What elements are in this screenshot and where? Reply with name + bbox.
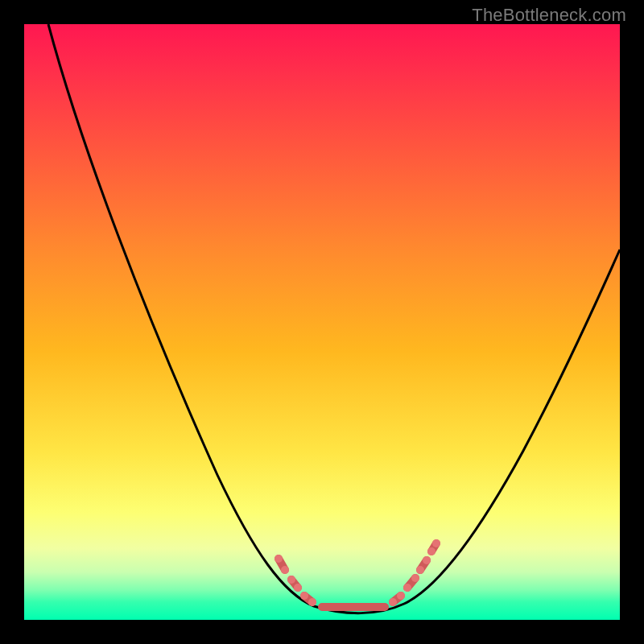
- marker-group: [279, 543, 436, 607]
- chart-svg: [24, 24, 620, 620]
- marker-dot: [281, 566, 289, 574]
- marker-dot: [427, 547, 436, 555]
- marker-seg: [407, 578, 415, 588]
- marker-seg: [279, 559, 285, 570]
- marker-dot: [423, 556, 431, 564]
- marker-seg: [393, 596, 401, 602]
- marker-seg: [304, 596, 312, 602]
- marker-dot: [308, 598, 316, 606]
- marker-dot: [432, 539, 440, 547]
- marker-dot: [397, 592, 405, 600]
- plot-area: [24, 24, 620, 620]
- marker-dot: [294, 584, 302, 592]
- marker-seg: [431, 543, 436, 551]
- marker-dot: [403, 584, 411, 592]
- watermark-text: TheBottleneck.com: [472, 5, 626, 26]
- marker-seg: [420, 560, 427, 570]
- marker-seg: [291, 580, 298, 588]
- marker-dot: [411, 574, 419, 582]
- marker-dot: [287, 576, 295, 584]
- outer-frame: TheBottleneck.com: [0, 0, 644, 644]
- marker-dot: [416, 566, 424, 574]
- marker-dot: [275, 555, 283, 563]
- marker-dot: [389, 598, 397, 606]
- marker-dot: [300, 592, 308, 600]
- bottleneck-curve: [48, 24, 620, 613]
- marker-caps: [275, 539, 440, 606]
